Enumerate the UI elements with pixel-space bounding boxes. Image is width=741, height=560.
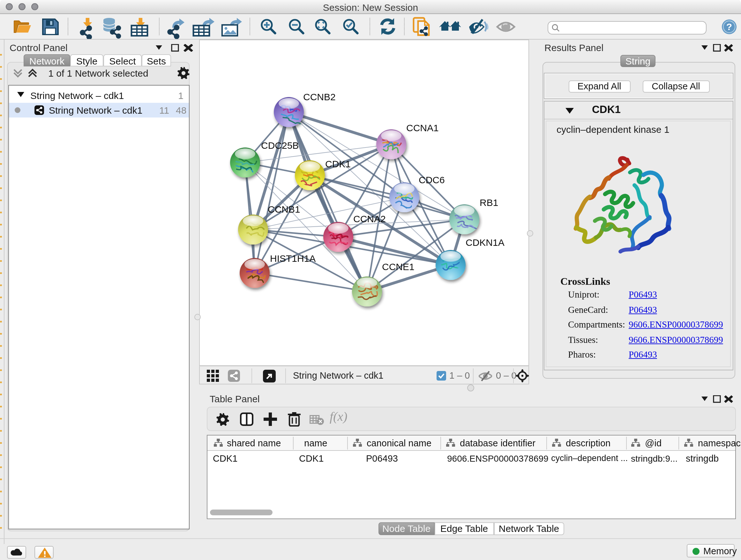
svg-text:CDC6: CDC6 xyxy=(419,175,445,185)
svg-text:CDC25B: CDC25B xyxy=(261,140,299,151)
svg-text:CCNA1: CCNA1 xyxy=(406,123,439,133)
svg-text:CCNE1: CCNE1 xyxy=(382,261,414,272)
svg-text:CCNA2: CCNA2 xyxy=(353,213,386,224)
svg-text:CDKN1A: CDKN1A xyxy=(466,237,504,248)
svg-text:?: ? xyxy=(726,21,732,32)
svg-text:HIST1H1A: HIST1H1A xyxy=(270,253,316,264)
svg-text:RB1: RB1 xyxy=(480,197,498,208)
svg-text:CCNB2: CCNB2 xyxy=(303,91,336,102)
svg-text:CCNB1: CCNB1 xyxy=(268,204,300,214)
svg-text:CDK1: CDK1 xyxy=(325,159,351,169)
